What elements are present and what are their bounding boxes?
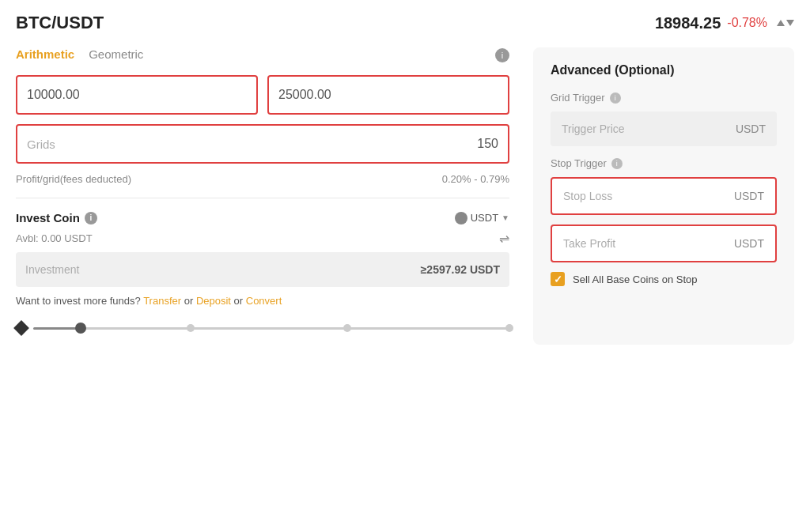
tab-geometric[interactable]: Geometric (89, 47, 143, 62)
tabs-info-icon[interactable]: i (495, 48, 509, 62)
slider-tick-1 (187, 324, 195, 332)
header: BTC/USDT 18984.25 -0.78% (16, 13, 794, 33)
sell-all-checkbox[interactable]: ✓ (551, 272, 565, 286)
arrow-up-icon (777, 20, 785, 26)
tabs-row: Arithmetic Geometric i (16, 47, 509, 62)
transfer-link[interactable]: Transfer (143, 295, 181, 307)
convert-link[interactable]: Convert (246, 295, 282, 307)
diamond-icon (13, 320, 29, 336)
grids-label: Grids (27, 138, 55, 151)
deposit-link[interactable]: Deposit (196, 295, 231, 307)
tab-arithmetic[interactable]: Arithmetic (16, 47, 74, 62)
left-panel: Arithmetic Geometric i Grids 150 Profit/… (16, 47, 509, 345)
profit-value: 0.20% - 0.79% (442, 173, 509, 185)
usdt-icon (455, 212, 467, 224)
right-panel: Advanced (Optional) Grid Trigger i Trigg… (533, 47, 794, 345)
upper-price-input[interactable] (267, 75, 509, 115)
stop-loss-field[interactable]: Stop Loss USDT (551, 177, 777, 215)
check-icon: ✓ (554, 274, 562, 285)
slider-thumb[interactable] (75, 323, 86, 334)
invest-section: Invest Coin i USDT ▼ Avbl: 0.00 USDT (16, 211, 509, 334)
trigger-price-field[interactable]: Trigger Price USDT (551, 111, 777, 146)
advanced-title: Advanced (Optional) (551, 63, 777, 77)
grids-field[interactable]: Grids 150 (16, 124, 509, 164)
trigger-price-label: Trigger Price (562, 123, 625, 135)
stop-loss-label: Stop Loss (563, 190, 612, 202)
invest-title: Invest Coin i (16, 211, 97, 224)
coin-label: USDT (471, 212, 498, 224)
dropdown-arrow-icon: ▼ (502, 213, 509, 222)
price-info: 18984.25 -0.78% (655, 14, 794, 32)
pair-title: BTC/USDT (16, 13, 104, 33)
price-change: -0.78% (727, 16, 767, 30)
avbl-label-text: Avbl: 0.00 USDT (16, 232, 93, 244)
stop-loss-currency: USDT (734, 190, 764, 202)
take-profit-field[interactable]: Take Profit USDT (551, 224, 777, 262)
lower-price-input[interactable] (16, 75, 258, 115)
investment-value: ≥2597.92 USDT (421, 263, 500, 276)
investment-field: Investment ≥2597.92 USDT (16, 252, 509, 287)
slider-track[interactable] (33, 327, 509, 330)
stop-trigger-label: Stop Trigger i (551, 157, 777, 169)
price-value: 18984.25 (655, 14, 721, 32)
swap-icon[interactable]: ⇌ (499, 231, 509, 246)
price-arrows-icon (777, 20, 794, 26)
investment-label: Investment (25, 263, 79, 276)
take-profit-label: Take Profit (563, 237, 615, 250)
invest-header: Invest Coin i USDT ▼ (16, 211, 509, 224)
checkbox-row[interactable]: ✓ Sell All Base Coins on Stop (551, 272, 777, 286)
profit-row: Profit/grid(fees deducted) 0.20% - 0.79% (16, 173, 509, 198)
sell-all-label: Sell All Base Coins on Stop (573, 274, 698, 285)
take-profit-currency: USDT (734, 237, 764, 250)
avbl-row: Avbl: 0.00 USDT ⇌ (16, 231, 509, 246)
trigger-price-currency: USDT (736, 123, 766, 135)
slider-tick-2 (343, 324, 351, 332)
slider-row (16, 323, 509, 334)
invest-info-icon[interactable]: i (85, 212, 97, 224)
grid-trigger-info-icon[interactable]: i (610, 92, 621, 104)
price-input-row (16, 75, 509, 115)
stop-trigger-info-icon[interactable]: i (611, 158, 623, 169)
profit-label: Profit/grid(fees deducted) (16, 173, 131, 185)
coin-selector[interactable]: USDT ▼ (455, 212, 509, 224)
funds-row: Want to invest more funds? Transfer or D… (16, 295, 509, 307)
slider-tick-3 (505, 324, 513, 332)
grid-trigger-label: Grid Trigger i (551, 92, 777, 104)
main-content: Arithmetic Geometric i Grids 150 Profit/… (16, 47, 794, 345)
arrow-down-icon (786, 20, 794, 26)
grids-value: 150 (477, 137, 498, 151)
